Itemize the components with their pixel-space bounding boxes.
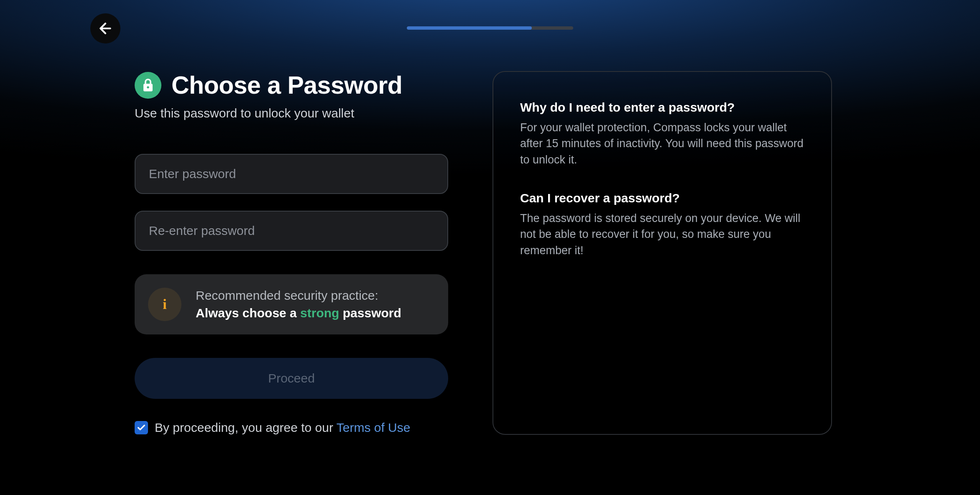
faq-answer: The password is stored securely on your … bbox=[520, 210, 804, 258]
security-tip: i Recommended security practice: Always … bbox=[135, 274, 448, 334]
check-icon bbox=[137, 423, 146, 432]
page-subtitle: Use this password to unlock your wallet bbox=[135, 106, 448, 120]
arrow-left-icon bbox=[97, 20, 114, 37]
faq-panel: Why do I need to enter a password? For y… bbox=[493, 71, 832, 435]
password-input[interactable] bbox=[135, 154, 448, 194]
faq-question: Can I recover a password? bbox=[520, 191, 804, 205]
back-button[interactable] bbox=[90, 13, 120, 43]
svg-point-1 bbox=[147, 86, 149, 88]
terms-link[interactable]: Terms of Use bbox=[337, 421, 411, 434]
terms-checkbox[interactable] bbox=[135, 421, 148, 434]
confirm-password-input[interactable] bbox=[135, 211, 448, 251]
progress-bar bbox=[407, 26, 573, 30]
faq-question: Why do I need to enter a password? bbox=[520, 100, 804, 115]
progress-fill bbox=[407, 26, 532, 30]
page-title: Choose a Password bbox=[171, 71, 402, 100]
proceed-button[interactable]: Proceed bbox=[135, 358, 448, 399]
faq-answer: For your wallet protection, Compass lock… bbox=[520, 120, 804, 168]
info-icon: i bbox=[148, 288, 181, 321]
tip-lead: Recommended security practice: bbox=[196, 287, 401, 304]
lock-icon bbox=[135, 72, 161, 99]
tip-main: Always choose a strong password bbox=[196, 304, 401, 322]
terms-text: By proceeding, you agree to our Terms of… bbox=[155, 421, 410, 435]
